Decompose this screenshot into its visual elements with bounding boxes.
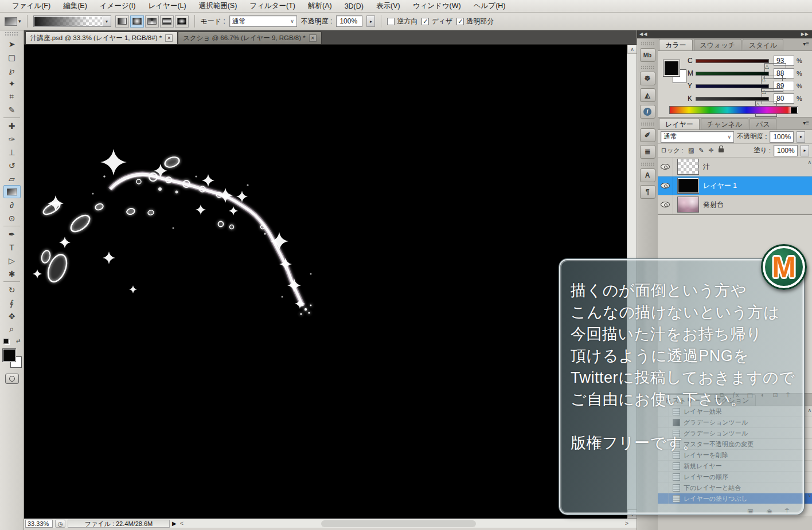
black-slider[interactable]: △ [696,97,769,101]
layer-row-juice[interactable]: 汁 [658,158,812,176]
menu-file[interactable]: ファイル(F) [6,1,57,11]
hand-tool[interactable]: ✥ [3,309,21,323]
layer-name[interactable]: 発射台 [703,200,724,210]
quick-mask-button[interactable] [5,374,19,384]
visibility-toggle[interactable] [658,176,673,195]
lock-transparency-icon[interactable]: ▨ [688,147,694,154]
menu-edit[interactable]: 編集(E) [57,1,93,11]
menu-image[interactable]: イメージ(I) [93,1,142,11]
horizontal-scroll-thumb[interactable] [321,520,476,527]
color-spectrum-ramp[interactable] [669,106,798,114]
dock-grip[interactable] [641,42,654,45]
lasso-tool[interactable]: ℘ [3,64,21,77]
brush-tool[interactable]: ✑ [3,132,21,146]
rotate-3d-tool[interactable]: ↻ [3,283,21,296]
scroll-left-icon[interactable]: < [180,520,184,527]
dither-checkbox-group[interactable]: ✓ ディザ [421,17,452,26]
menu-help[interactable]: ヘルプ(H) [467,1,512,11]
scroll-up-icon[interactable]: ∧ [627,45,637,54]
mini-bridge-icon[interactable]: Mb [640,48,655,62]
gradient-tool[interactable] [3,185,21,198]
layer-thumbnail[interactable] [677,159,699,175]
wheel-icon[interactable]: ☸ [640,72,655,85]
layer-blend-mode-select[interactable]: 通常 ∨ [661,131,734,143]
scroll-down-icon[interactable]: ∨ [807,492,811,498]
radial-gradient-button[interactable] [130,15,144,28]
scroll-up-icon[interactable]: ∧ [807,407,811,413]
tab-styles[interactable]: スタイル [743,39,783,50]
visibility-toggle[interactable] [658,195,673,214]
dodge-tool[interactable]: ⊙ [3,211,21,225]
layer-row-layer1-selected[interactable]: レイヤー 1 [658,176,812,195]
layer-name[interactable]: レイヤー 1 [703,181,737,191]
reflected-gradient-button[interactable] [160,15,174,28]
path-select-tool[interactable]: ▷ [3,254,21,267]
layer-row-launchpad[interactable]: 発射台 [658,195,812,214]
tab-layers[interactable]: レイヤー [659,118,700,129]
foreground-background-colors[interactable] [2,348,22,368]
healing-brush-tool[interactable]: ✚ [3,119,21,132]
zoom-tool[interactable]: ⌕ [3,323,21,336]
transparency-checkbox-group[interactable]: ✓ 透明部分 [456,17,494,26]
history-brush-tool[interactable]: ↺ [3,159,21,172]
paragraph-panel-icon[interactable]: ¶ [640,185,655,199]
marquee-tool[interactable]: ▢ [3,50,21,64]
scroll-up-icon[interactable]: ∧ [807,159,811,165]
visibility-toggle[interactable] [658,158,673,176]
character-panel-icon[interactable]: A [640,168,655,182]
linear-gradient-button[interactable] [115,15,129,28]
collapse-panels-icon[interactable]: ◀◀ [637,30,658,38]
menu-analysis[interactable]: 解析(A) [302,1,338,11]
layer-name[interactable]: 汁 [703,162,710,172]
lock-move-icon[interactable]: ✛ [709,147,714,154]
swap-colors-icon[interactable]: ⇄ [16,338,21,344]
close-tab-icon[interactable]: × [165,34,173,42]
clone-stamp-tool[interactable]: ⊥ [3,146,21,159]
tab-color[interactable]: カラー [659,39,693,50]
document-tab-inactive[interactable]: スクショ @ 66.7% (レイヤー 9, RGB/8) * × [178,32,322,44]
color-swatches[interactable] [663,60,686,83]
smudge-tool[interactable]: ∂ [3,198,21,211]
clone-source-icon[interactable]: ≣ [640,145,655,159]
diamond-gradient-button[interactable] [175,15,189,28]
menu-view[interactable]: 表示(V) [370,1,407,11]
lock-paint-icon[interactable]: ✎ [698,147,704,154]
tab-swatches[interactable]: スウォッチ [694,39,741,50]
move-tool[interactable]: ➤ [3,37,21,50]
layer-fill-input[interactable]: 100% [774,145,798,156]
scroll-right-icon[interactable]: > [625,520,628,527]
menu-select[interactable]: 選択範囲(S) [193,1,244,11]
type-tool[interactable]: T [3,241,21,254]
crop-tool[interactable]: ⌗ [3,90,21,103]
default-colors-control[interactable]: ⇄ [3,338,21,344]
status-menu-icon[interactable]: ▶ [172,520,177,527]
histogram-icon[interactable]: ◭ [640,88,655,102]
yellow-slider[interactable]: △ [696,84,769,88]
panel-menu-icon[interactable]: ▾≡ [803,120,809,126]
eyedropper-tool[interactable]: ✎ [3,103,21,116]
expand-panels-icon[interactable]: ▶▶ [658,30,812,38]
zoom-level-input[interactable]: 33.33% [25,520,53,528]
layer-thumbnail[interactable] [677,197,699,213]
reverse-checkbox[interactable] [387,18,395,25]
cyan-slider[interactable]: △ [696,59,769,63]
tool-preset-picker[interactable]: ▾ [5,17,21,26]
dither-checkbox[interactable]: ✓ [421,18,429,25]
orbit-3d-tool[interactable]: ∮ [3,296,21,309]
reverse-checkbox-group[interactable]: 逆方向 [387,17,417,26]
blend-mode-select[interactable]: 通常 ∨ [229,15,297,27]
dock-grip[interactable] [641,65,654,69]
info-icon[interactable]: i [640,105,655,119]
toolbar-grip[interactable] [5,32,19,36]
menu-layer[interactable]: レイヤー(L) [142,1,193,11]
tab-channels[interactable]: チャンネル [701,118,748,129]
dock-grip[interactable] [641,122,654,125]
gradient-dropdown-button[interactable]: ▾ [103,16,111,26]
lock-all-icon[interactable] [719,148,724,152]
foreground-color-swatch[interactable] [663,60,680,76]
menu-filter[interactable]: フィルター(T) [243,1,302,11]
layer-thumbnail[interactable] [677,178,699,194]
opacity-spinner[interactable]: ▸ [366,15,375,27]
pen-tool[interactable]: ✒ [3,227,21,241]
document-tab-active[interactable]: 汁講座.psd @ 33.3% (レイヤー 1, RGB/8#) * × [25,32,178,44]
